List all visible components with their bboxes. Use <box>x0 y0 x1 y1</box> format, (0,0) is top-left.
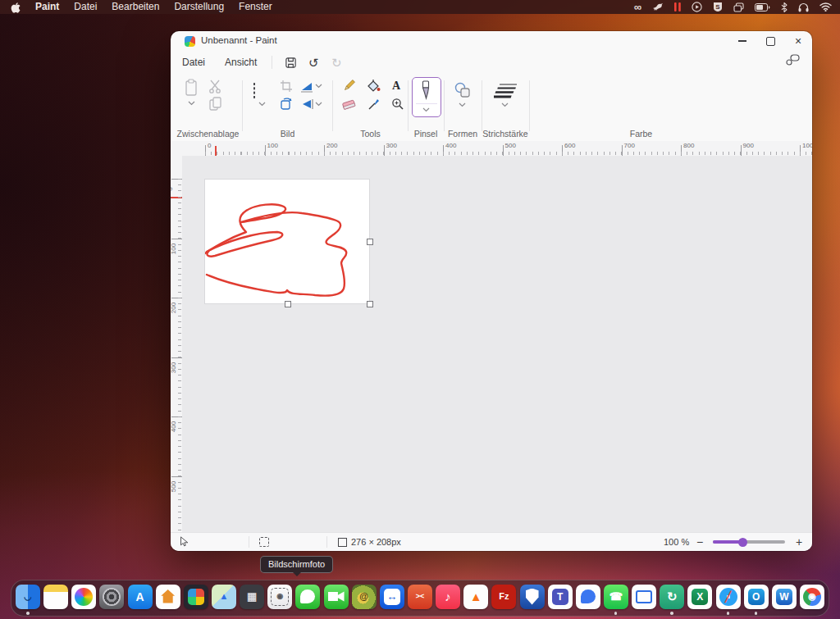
zoom-in-button[interactable]: + <box>796 535 802 548</box>
flip-dropdown-chevron[interactable] <box>315 102 322 107</box>
dock-sync[interactable]: ↻ <box>660 582 684 615</box>
resize-dropdown-chevron[interactable] <box>315 84 322 89</box>
save-button[interactable] <box>279 53 302 71</box>
rotate-icon[interactable] <box>280 97 293 113</box>
minimize-button[interactable] <box>728 31 756 51</box>
brush-dropdown-chevron[interactable] <box>422 107 430 112</box>
dock-screenshot[interactable]: ◉ <box>267 582 292 615</box>
menubar-menu-bearbeiten[interactable]: Bearbeiten <box>112 0 159 14</box>
dock-windows-app[interactable] <box>632 582 656 615</box>
resize-icon[interactable] <box>300 80 313 96</box>
bird-icon[interactable] <box>652 2 664 12</box>
fill-tool[interactable] <box>366 79 381 96</box>
paint-app-icon <box>185 36 195 47</box>
flip-icon[interactable] <box>300 98 313 113</box>
zoom-slider[interactable] <box>713 540 785 544</box>
text-tool[interactable]: A <box>392 80 400 93</box>
dock-chameleon[interactable]: @ <box>352 582 377 615</box>
shapes-icon[interactable] <box>454 82 471 102</box>
paste-dropdown-chevron[interactable] <box>188 101 195 106</box>
dock-chrome[interactable]: ◉ <box>800 582 824 615</box>
dock-launchpad[interactable] <box>184 582 208 615</box>
copilot-icon[interactable] <box>783 51 802 69</box>
headphones-icon[interactable] <box>798 2 809 12</box>
music-glyph: ♪ <box>445 590 451 603</box>
bluetooth-icon[interactable] <box>781 2 788 12</box>
paste-icon[interactable] <box>184 79 199 101</box>
zoom-slider-thumb[interactable] <box>738 538 747 547</box>
ruler-tick <box>265 145 266 156</box>
canvas-resize-handle-corner[interactable] <box>367 301 373 307</box>
select-icon[interactable] <box>253 84 255 98</box>
dock-teamviewer[interactable]: ↔ <box>380 582 404 615</box>
dock-home[interactable] <box>156 582 180 615</box>
pause-icon[interactable] <box>674 2 681 11</box>
dock-messages[interactable] <box>295 582 320 615</box>
stroke-dropdown-chevron[interactable] <box>501 102 509 107</box>
dock-word[interactable]: W <box>772 582 797 615</box>
maps-icon: ▲ <box>212 585 236 609</box>
eraser-tool[interactable] <box>341 98 356 114</box>
zoom-out-button[interactable]: − <box>696 535 703 548</box>
wifi-icon[interactable] <box>819 2 832 11</box>
paint-canvas[interactable] <box>205 180 369 303</box>
shapes-dropdown-chevron[interactable] <box>459 102 466 107</box>
brush-button-selected[interactable] <box>412 77 441 117</box>
dock-outlook[interactable]: O <box>744 582 769 615</box>
dock-music[interactable]: ♪ <box>436 582 460 615</box>
copy-icon[interactable] <box>209 97 221 114</box>
pencil-tool[interactable] <box>342 79 356 96</box>
dock-filezilla[interactable]: Fz <box>491 582 516 615</box>
select-dropdown-chevron[interactable] <box>258 102 266 107</box>
dock-vlc[interactable]: ▲ <box>463 582 488 615</box>
dock-teams[interactable]: T <box>548 582 573 615</box>
dock-facetime[interactable] <box>324 582 349 615</box>
canvas-workarea[interactable] <box>182 156 812 533</box>
menubar-menu-fenster[interactable]: Fenster <box>239 0 272 14</box>
infinity-icon[interactable]: ∞ <box>634 0 641 14</box>
dock-photos[interactable] <box>71 582 96 615</box>
menu-datei[interactable]: Datei <box>174 54 213 71</box>
stack-icon[interactable] <box>733 2 744 12</box>
close-button[interactable]: × <box>784 31 812 51</box>
ruler-tick <box>171 298 182 298</box>
canvas-resize-handle-bottom[interactable] <box>285 301 291 307</box>
dock-maps[interactable]: ▲ <box>212 582 236 615</box>
dock-notes[interactable] <box>43 582 68 615</box>
chrome-icon: ◉ <box>800 585 824 609</box>
ruler-tick <box>443 145 444 156</box>
menu-ansicht[interactable]: Ansicht <box>217 54 265 71</box>
stroke-width-icon[interactable] <box>494 82 517 102</box>
play-circle-icon[interactable] <box>692 2 702 12</box>
ruler-h-label: 300 <box>386 142 397 149</box>
ruler-h-label: 500 <box>505 142 516 149</box>
dock-calculator[interactable]: ▦ <box>240 582 264 615</box>
colorpicker-tool[interactable] <box>368 98 381 114</box>
paint-titlebar[interactable]: Unbenannt - Paint × <box>171 31 812 51</box>
dock-app-store[interactable]: A <box>128 582 153 615</box>
maximize-button[interactable] <box>756 31 784 51</box>
canvas-resize-handle-right[interactable] <box>367 239 373 245</box>
dock-safari[interactable]: ╱ <box>716 582 741 615</box>
cut-icon[interactable] <box>208 80 221 97</box>
battery-icon[interactable] <box>755 3 770 11</box>
s-badge-icon[interactable]: S <box>713 2 723 12</box>
apple-logo-icon[interactable] <box>11 2 21 13</box>
dock-remote-desktop[interactable]: >< <box>408 582 432 615</box>
menubar-menu-darstellung[interactable]: Darstellung <box>174 0 224 14</box>
menubar-app-name[interactable]: Paint <box>35 0 59 14</box>
dock-excel[interactable]: X <box>687 582 712 615</box>
remote-desktop-glyph: >< <box>416 593 425 600</box>
dock-whatsapp[interactable]: ☎ <box>604 582 628 615</box>
dock-finder[interactable]: ◡ <box>16 582 40 615</box>
dock-signal[interactable] <box>576 582 600 615</box>
dock-settings[interactable] <box>99 582 124 615</box>
redo-button[interactable]: ↻ <box>325 53 348 71</box>
crop-icon[interactable] <box>280 80 293 96</box>
group-label-clipboard: Zwischenablage <box>174 129 242 139</box>
menubar-menu-datei[interactable]: Datei <box>74 0 97 14</box>
dock-bitwarden[interactable] <box>520 582 545 615</box>
undo-button[interactable]: ↺ <box>302 53 325 71</box>
ruler-h-label: 900 <box>743 142 754 149</box>
magnifier-tool[interactable] <box>391 98 404 114</box>
